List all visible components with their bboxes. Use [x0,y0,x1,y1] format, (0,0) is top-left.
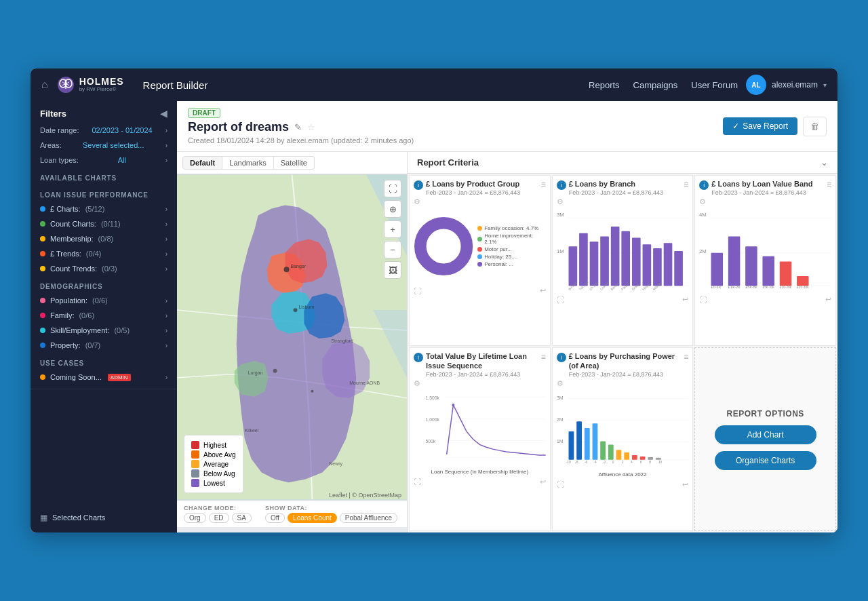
map-crosshair-button[interactable]: ⊕ [384,200,401,218]
chart1-settings-icon[interactable]: ⚙ [414,197,420,206]
svg-rect-92 [656,458,661,460]
svg-rect-57 [780,262,792,286]
edit-icon[interactable]: ✎ [294,122,302,132]
svg-rect-29 [579,233,588,286]
chart4-expand-icon[interactable]: ⛶ [414,478,421,486]
save-report-button[interactable]: ✓ Save Report [723,117,797,135]
legend-above-avg-color [191,450,199,459]
category-count-charts[interactable]: Count Charts: (0/11) › [31,216,177,231]
chart4-footer: ⛶ ↩ [414,478,546,486]
report-title: Report of dreams [188,120,289,134]
save-icon: ✓ [732,121,739,131]
chart1-expand-icon[interactable]: ⛶ [414,287,421,295]
sidebar-collapse-button[interactable]: ◀ [160,108,167,119]
data-pill-loans-count[interactable]: Loans Count [288,513,337,523]
category-property[interactable]: Property: (0/7) › [31,338,177,353]
chart2-tools: ⚙ [557,197,689,206]
chart5-info-icon[interactable]: i [557,353,566,362]
chart2-expand-icon[interactable]: ⛶ [557,296,564,304]
mode-pill-sa[interactable]: SA [232,513,252,523]
category-pounds-trends[interactable]: £ Trends: (0/4) › [31,246,177,261]
chart3-menu-icon[interactable]: ≡ [827,180,831,189]
page-title: Report Builder [143,79,580,91]
legend-lowest: Lowest [191,479,236,487]
map-canvas[interactable]: Bangor Lisburn Kilkeel Newry Lurgan Stra… [177,174,407,500]
legend-highest-color [191,441,199,449]
charts-grid: i £ Loans by Product Group Feb-2023 - Ja… [408,174,837,532]
chart2-settings-icon[interactable]: ⚙ [557,197,564,206]
pounds-charts-count: (5/12) [85,205,105,213]
category-count-trends[interactable]: Count Trends: (0/3) › [31,261,177,276]
svg-text:1,500k: 1,500k [426,395,440,400]
map-photo-button[interactable]: 🖼 [384,261,401,279]
nav-campaigns[interactable]: Campaigns [633,80,678,90]
svg-rect-89 [632,455,637,460]
home-icon[interactable]: ⌂ [41,79,48,91]
svg-text:1,000k: 1,000k [426,417,440,422]
chart2-menu-icon[interactable]: ≡ [684,180,688,189]
organise-charts-button[interactable]: Organise Charts [715,451,816,470]
legend-average-label: Average [203,461,229,468]
map-tab-default[interactable]: Default [182,156,222,170]
report-criteria-chevron-icon[interactable]: ⌄ [821,157,828,168]
chart5-menu-icon[interactable]: ≡ [684,352,688,362]
chart2-undo-icon[interactable]: ↩ [682,295,688,304]
mode-pill-ed[interactable]: ED [209,513,229,523]
category-population[interactable]: Population: (0/6) › [31,293,177,308]
star-icon[interactable]: ☆ [307,122,315,132]
map-tab-satellite[interactable]: Satellite [274,156,315,170]
family-count: (0/6) [79,311,94,319]
map-tab-landmarks[interactable]: Landmarks [222,156,273,170]
pounds-charts-dot [40,206,45,212]
filter-areas-label: Areas: [40,141,62,149]
data-pill-off[interactable]: Off [265,513,285,523]
selected-charts-icon: ▦ [40,513,47,522]
legend-below-avg-label: Below Avg [203,470,235,478]
category-skill-employment[interactable]: Skill/Employment: (0/5) › [31,323,177,338]
chart4-undo-icon[interactable]: ↩ [540,478,546,486]
nav-user-forum[interactable]: User Forum [691,80,738,90]
map-zoom-out-button[interactable]: − [384,241,401,258]
selected-charts-button[interactable]: ▦ Selected Charts [31,508,177,527]
loan-performance-section-title: LOAN ISSUE PERFORMANCE [31,185,177,201]
report-criteria-label: Report Criteria [417,157,479,168]
delete-button[interactable]: 🗑 [803,117,827,136]
map-fullscreen-button[interactable]: ⛶ [384,180,401,197]
chart5-settings-icon[interactable]: ⚙ [557,379,564,388]
add-chart-button[interactable]: Add Chart [715,425,816,444]
svg-text:2M: 2M [557,417,564,422]
chart5-expand-icon[interactable]: ⛶ [557,480,564,488]
chart3-undo-icon[interactable]: ↩ [825,295,831,304]
chart1-info-icon[interactable]: i [414,180,423,190]
filter-loan-types[interactable]: Loan types: All › [31,153,177,168]
skill-employment-count: (0/5) [114,326,130,334]
legend-highest: Highest [191,441,236,449]
chart3-expand-icon[interactable]: ⛶ [699,296,707,304]
map-zoom-in-button[interactable]: + [384,220,401,238]
chart3-info-icon[interactable]: i [699,180,709,190]
chart4-menu-icon[interactable]: ≡ [541,352,546,362]
mode-pill-org[interactable]: Org [184,513,206,523]
count-charts-count: (0/11) [101,220,121,228]
chart4-info-icon[interactable]: i [414,353,423,362]
coming-soon-dot [40,374,45,380]
chart1-undo-icon[interactable]: ↩ [540,286,546,295]
svg-text:500k: 500k [426,439,436,444]
category-coming-soon[interactable]: Coming Soon... ADMIN › [31,370,177,385]
chart4-settings-icon[interactable]: ⚙ [414,379,420,388]
chart3-settings-icon[interactable]: ⚙ [699,197,706,206]
chart1-menu-icon[interactable]: ≡ [541,180,546,189]
category-membership[interactable]: Membership: (0/8) › [31,231,177,246]
report-title-row: Report of dreams ✎ ☆ [188,120,414,134]
data-pill-pobal-affluence[interactable]: Pobal Affluence [340,513,397,523]
chart2-info-icon[interactable]: i [557,180,566,190]
chart2-svg: 3M 1M [557,209,689,290]
svg-text:Bangor: Bangor [291,264,307,269]
filter-date-range[interactable]: Date range: 02/2023 - 01/2024 › [31,123,177,138]
category-pounds-charts[interactable]: £ Charts: (5/12) › [31,201,177,216]
nav-reports[interactable]: Reports [589,80,620,90]
filter-areas[interactable]: Areas: Several selected... › [31,138,177,153]
user-menu[interactable]: AL alexei.emam ▾ [746,75,827,95]
category-family[interactable]: Family: (0/6) › [31,308,177,323]
chart5-undo-icon[interactable]: ↩ [682,480,688,489]
